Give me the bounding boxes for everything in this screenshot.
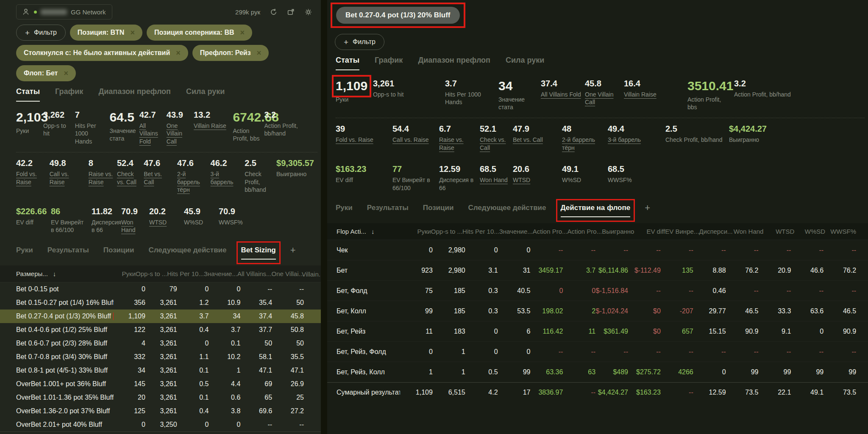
- stat-label: WTSD: [513, 176, 559, 184]
- table-row[interactable]: Bet 0.7-0.8 pot (3/4) 30% Bluff 3323,261…: [0, 350, 321, 364]
- column-header[interactable]: Значение...: [499, 228, 533, 235]
- column-header[interactable]: Руки: [114, 270, 136, 277]
- table-row[interactable]: Bet 0.15-0.27 pot (1/4) 16% Bluff 3563,2…: [0, 296, 321, 310]
- breakdown-tab[interactable]: Руки: [16, 246, 33, 260]
- table-row[interactable]: Bet 0.4-0.6 pot (1/2) 25% Bluff 1223,261…: [0, 323, 321, 337]
- filter-chip[interactable]: Префлоп: Рейз ×: [192, 45, 269, 61]
- table-row[interactable]: Бет, Рейз 1118306116.4211$361.49$065715.…: [327, 321, 868, 342]
- stat-cell: 47.9 Bet vs. Call: [513, 124, 562, 144]
- report-tab[interactable]: График: [375, 56, 403, 70]
- stat-value: 42.7: [139, 110, 156, 120]
- close-icon[interactable]: ×: [257, 49, 262, 58]
- breakdown-tab[interactable]: Следующее действие: [468, 204, 546, 217]
- column-header[interactable]: Значение...: [204, 270, 237, 277]
- cell-value: 69.6: [240, 407, 272, 415]
- column-header[interactable]: W%SD: [794, 228, 825, 235]
- cell-value: --: [758, 348, 791, 356]
- breakdown-tab[interactable]: Руки: [336, 204, 353, 217]
- stat-cell: $4,424.27 Выигранно: [729, 124, 770, 144]
- column-header[interactable]: Won Hand: [733, 228, 764, 235]
- table-row[interactable]: Bet 0.8-1 pot (4/5-1) 33% Bluff 343,2610…: [0, 364, 321, 377]
- table-row[interactable]: Бет 9232,9803.1313459.173.7$6,114.86$-11…: [327, 260, 868, 281]
- table-row[interactable]: Чек 02,98000--------------------: [327, 240, 868, 260]
- table-row[interactable]: OverBet 1.36-2.0 pot 37% Bluff 1253,2610…: [0, 404, 321, 418]
- report-tab[interactable]: Диапазон префлоп: [418, 56, 490, 70]
- column-header[interactable]: One Villai...: [272, 270, 304, 277]
- filter-chip[interactable]: Позиция: BTN ×: [70, 25, 142, 41]
- breakdown-tab[interactable]: Следующее действие: [148, 246, 226, 260]
- breakdown-tab[interactable]: Результаты: [367, 204, 409, 217]
- cell-value: 3,261: [145, 367, 177, 374]
- breakdown-tab[interactable]: Позиции: [423, 204, 454, 217]
- cell-value: 0: [209, 285, 240, 293]
- close-icon[interactable]: ×: [240, 28, 245, 37]
- table-row[interactable]: Bet 0.27-0.4 pot (1/3) 20% Bluff 1,1093,…: [0, 310, 321, 323]
- column-header-clipped[interactable]: Villain...: [302, 271, 321, 278]
- player-selector[interactable]: GG Network: [16, 4, 112, 19]
- cell-value: 3.1: [465, 267, 498, 274]
- table-row[interactable]: OverBet 2.01+ pot 40% Bluff 03,25000----: [0, 418, 321, 431]
- cell-value: --: [628, 246, 661, 254]
- breakdown-tab[interactable]: Результаты: [47, 246, 89, 260]
- table-row[interactable]: OverBet 1.01-1.36 pot 35% Bluff 203,2610…: [0, 391, 321, 404]
- table-row[interactable]: Бет, Рейз, Колл 110.59963.3663$489$275.7…: [327, 362, 868, 382]
- table-row[interactable]: Бет, Рейз, Фолд 0100--------------------: [327, 342, 868, 362]
- filter-chip[interactable]: Столкнулся с: Не было активных действий …: [16, 45, 188, 61]
- popout-panel-icon[interactable]: [287, 8, 295, 16]
- cell-value: 99: [498, 368, 531, 376]
- report-tab[interactable]: График: [55, 87, 83, 102]
- close-icon[interactable]: ×: [64, 69, 68, 78]
- stat-cell: 2.5 Check Profit, bb/hand: [665, 124, 729, 144]
- refresh-icon[interactable]: [270, 8, 278, 16]
- selected-sizing-pill[interactable]: Bet 0.27-0.4 pot (1/3) 20% Bluff: [336, 7, 460, 24]
- report-tab[interactable]: Сила руки: [506, 56, 544, 70]
- breakdown-tab[interactable]: Bet Sizing: [241, 246, 276, 260]
- filter-chip[interactable]: Флоп: Бет ×: [16, 65, 76, 81]
- right-filter-bar: + Фильтр: [327, 28, 868, 50]
- column-header[interactable]: Opp-s to ...: [136, 270, 167, 277]
- column-header[interactable]: Выигранно: [602, 228, 634, 235]
- report-tab[interactable]: Статы: [336, 56, 359, 70]
- column-header[interactable]: Action Pro...: [568, 228, 602, 235]
- stat-value: 45.9: [184, 207, 200, 216]
- column-header[interactable]: Action Pro...: [533, 228, 568, 235]
- table-row[interactable]: Бет, Колл 991850.353.5198.022$-1,024.24$…: [327, 301, 868, 321]
- column-header[interactable]: All Villains...: [237, 270, 272, 277]
- stat-value: 34: [498, 79, 512, 94]
- column-header[interactable]: Hits Per 10...: [167, 270, 204, 277]
- filter-chip-label: Столкнулся с: Не было активных действий: [24, 49, 170, 57]
- table-row[interactable]: Бет, Фолд 751850.340.500$-1,516.84----0.…: [327, 281, 868, 301]
- add-tab-icon[interactable]: +: [645, 202, 650, 213]
- cell-value: 657: [661, 328, 693, 335]
- column-header[interactable]: WTSD: [763, 228, 794, 235]
- settings-gear-icon[interactable]: [304, 8, 312, 16]
- table-row[interactable]: Bet 0.6-0.7 pot (2/3) 28% Bluff 43,26100…: [0, 337, 321, 350]
- cell-value: 125: [114, 407, 145, 415]
- row-name: Чек: [337, 246, 348, 254]
- breakdown-tab[interactable]: Действие на флопе: [561, 204, 631, 217]
- breakdown-tab[interactable]: Позиции: [103, 246, 134, 260]
- column-header[interactable]: Opp-s to ...: [431, 228, 462, 235]
- report-tab[interactable]: Диапазон префлоп: [98, 87, 171, 102]
- column-header[interactable]: WWSF%: [825, 228, 856, 235]
- table-row[interactable]: Bet 0-0.15 pot 07900----: [0, 282, 321, 296]
- add-tab-icon[interactable]: +: [290, 245, 296, 256]
- table-header: Flop Acti... ↓ РукиOpp-s to ...Hits Per …: [327, 223, 868, 240]
- column-header[interactable]: EV diff: [634, 228, 665, 235]
- cell-value: 15.15: [693, 328, 726, 335]
- column-header[interactable]: Руки: [400, 228, 431, 235]
- column-header[interactable]: EV Винре...: [665, 228, 699, 235]
- close-icon[interactable]: ×: [130, 28, 135, 37]
- table-row[interactable]: OverBet 1.001+ pot 36% Bluff 1453,2610.5…: [0, 377, 321, 391]
- stat-value: 8: [89, 158, 93, 168]
- report-tab[interactable]: Статы: [16, 87, 40, 102]
- column-header[interactable]: Дисперси...: [699, 228, 732, 235]
- column-header[interactable]: Hits Per 10...: [462, 228, 499, 235]
- sort-column-header[interactable]: Flop Acti... ↓: [337, 228, 400, 235]
- close-icon[interactable]: ×: [176, 49, 181, 58]
- report-tab[interactable]: Сила руки: [186, 87, 225, 102]
- sort-column-header[interactable]: Размеры... ↓: [16, 270, 114, 277]
- add-filter-button[interactable]: + Фильтр: [16, 25, 66, 41]
- filter-chip[interactable]: Позиция соперника: BB ×: [147, 25, 252, 41]
- add-filter-button[interactable]: + Фильтр: [335, 34, 384, 50]
